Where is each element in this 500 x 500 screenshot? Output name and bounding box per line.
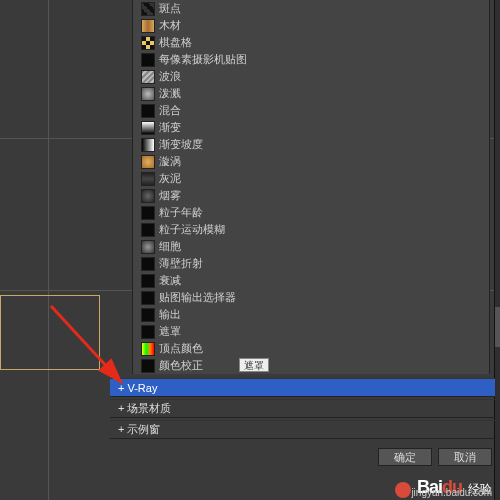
map-list-label: 烟雾 bbox=[159, 188, 181, 203]
map-list-item[interactable]: 每像素摄影机贴图 bbox=[133, 51, 489, 68]
map-list-item[interactable]: 薄壁折射 bbox=[133, 255, 489, 272]
map-swatch-icon bbox=[141, 87, 155, 101]
map-list-label: 漩涡 bbox=[159, 154, 181, 169]
cancel-button[interactable]: 取消 bbox=[438, 448, 492, 466]
map-swatch-icon bbox=[141, 189, 155, 203]
map-list-item[interactable]: 颜色校正遮罩 bbox=[133, 357, 489, 374]
category-group: + 场景材质 bbox=[110, 399, 495, 418]
map-swatch-icon bbox=[141, 325, 155, 339]
map-swatch-icon bbox=[141, 53, 155, 67]
map-list-label: 泼溅 bbox=[159, 86, 181, 101]
tooltip: 遮罩 bbox=[239, 358, 269, 372]
map-swatch-icon bbox=[141, 223, 155, 237]
map-list-item[interactable]: 粒子年龄 bbox=[133, 204, 489, 221]
map-list-label: 遮罩 bbox=[159, 324, 181, 339]
map-list-item[interactable]: 渐变坡度 bbox=[133, 136, 489, 153]
map-swatch-icon bbox=[141, 308, 155, 322]
map-list-item[interactable]: 斑点 bbox=[133, 0, 489, 17]
map-browser-panel: 斑点木材棋盘格每像素摄影机贴图波浪泼溅混合渐变渐变坡度漩涡灰泥烟雾粒子年龄粒子运… bbox=[132, 0, 490, 374]
map-list-item[interactable]: 粒子运动模糊 bbox=[133, 221, 489, 238]
map-list-label: 棋盘格 bbox=[159, 35, 192, 50]
map-swatch-icon bbox=[141, 257, 155, 271]
map-list-label: 渐变 bbox=[159, 120, 181, 135]
dialog-button-bar: 确定 取消 bbox=[378, 448, 492, 466]
map-list-item[interactable]: 灰泥 bbox=[133, 170, 489, 187]
map-list-item[interactable]: 贴图输出选择器 bbox=[133, 289, 489, 306]
map-list-label: 渐变坡度 bbox=[159, 137, 203, 152]
map-list-label: 粒子运动模糊 bbox=[159, 222, 225, 237]
map-list-label: 木材 bbox=[159, 18, 181, 33]
map-swatch-icon bbox=[141, 138, 155, 152]
map-list-label: 混合 bbox=[159, 103, 181, 118]
selection-frame bbox=[0, 295, 100, 370]
map-list-label: 薄壁折射 bbox=[159, 256, 203, 271]
paw-icon bbox=[395, 482, 411, 498]
map-swatch-icon bbox=[141, 359, 155, 373]
map-swatch-icon bbox=[141, 274, 155, 288]
map-list-item[interactable]: 漩涡 bbox=[133, 153, 489, 170]
map-list-label: 输出 bbox=[159, 307, 181, 322]
map-list-item[interactable]: 遮罩 bbox=[133, 323, 489, 340]
watermark-url: jingyan.baidu.com bbox=[411, 487, 492, 498]
category-group: + 示例窗 bbox=[110, 420, 495, 439]
map-list-label: 波浪 bbox=[159, 69, 181, 84]
map-list-label: 细胞 bbox=[159, 239, 181, 254]
map-list-item[interactable]: 渐变 bbox=[133, 119, 489, 136]
map-list-label: 每像素摄影机贴图 bbox=[159, 52, 247, 67]
map-list-label: 灰泥 bbox=[159, 171, 181, 186]
map-list-item[interactable]: 烟雾 bbox=[133, 187, 489, 204]
map-list-label: 衰减 bbox=[159, 273, 181, 288]
side-panel-text-hint bbox=[495, 307, 500, 347]
map-swatch-icon bbox=[141, 36, 155, 50]
map-list-item[interactable]: 衰减 bbox=[133, 272, 489, 289]
grid-line bbox=[48, 0, 49, 500]
map-swatch-icon bbox=[141, 2, 155, 16]
map-swatch-icon bbox=[141, 206, 155, 220]
map-list-label: 颜色校正 bbox=[159, 358, 203, 373]
map-swatch-icon bbox=[141, 155, 155, 169]
map-list-item[interactable]: 泼溅 bbox=[133, 85, 489, 102]
map-list-item[interactable]: 输出 bbox=[133, 306, 489, 323]
map-swatch-icon bbox=[141, 291, 155, 305]
ok-button[interactable]: 确定 bbox=[378, 448, 432, 466]
map-list: 斑点木材棋盘格每像素摄影机贴图波浪泼溅混合渐变渐变坡度漩涡灰泥烟雾粒子年龄粒子运… bbox=[133, 0, 489, 374]
map-list-label: 贴图输出选择器 bbox=[159, 290, 236, 305]
map-list-item[interactable]: 混合 bbox=[133, 102, 489, 119]
map-swatch-icon bbox=[141, 172, 155, 186]
category-group-row[interactable]: + 示例窗 bbox=[110, 420, 495, 439]
map-swatch-icon bbox=[141, 240, 155, 254]
map-list-label: 粒子年龄 bbox=[159, 205, 203, 220]
map-swatch-icon bbox=[141, 342, 155, 356]
map-list-item[interactable]: 木材 bbox=[133, 17, 489, 34]
map-list-item[interactable]: 棋盘格 bbox=[133, 34, 489, 51]
category-group-row[interactable]: + 场景材质 bbox=[110, 399, 495, 418]
map-swatch-icon bbox=[141, 19, 155, 33]
map-list-item[interactable]: 细胞 bbox=[133, 238, 489, 255]
map-list-item[interactable]: 顶点颜色 bbox=[133, 340, 489, 357]
map-swatch-icon bbox=[141, 121, 155, 135]
category-group: + V-Ray bbox=[110, 378, 495, 397]
map-swatch-icon bbox=[141, 104, 155, 118]
map-swatch-icon bbox=[141, 70, 155, 84]
map-list-label: 顶点颜色 bbox=[159, 341, 203, 356]
category-group-row[interactable]: + V-Ray bbox=[110, 378, 495, 397]
map-list-label: 斑点 bbox=[159, 1, 181, 16]
map-list-item[interactable]: 波浪 bbox=[133, 68, 489, 85]
